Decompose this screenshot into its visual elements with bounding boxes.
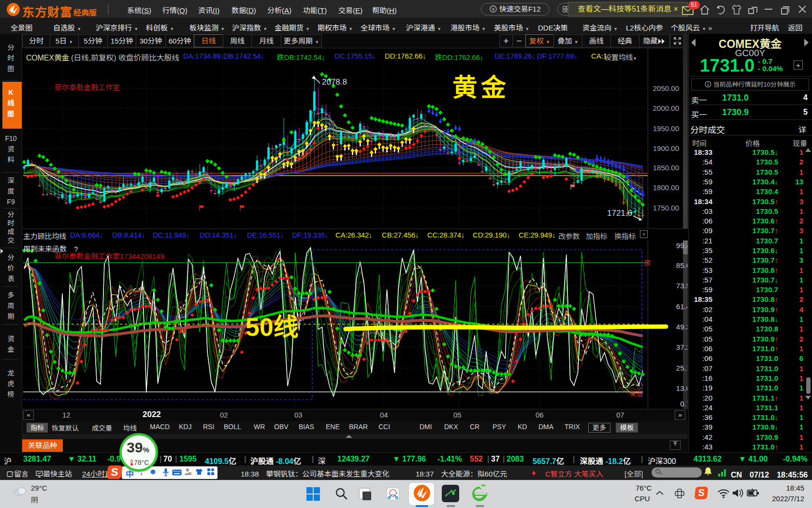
- svg-text:1900.00: 1900.00: [653, 144, 679, 152]
- svg-text:2000.00: 2000.00: [653, 104, 679, 112]
- svg-text:2050.00: 2050.00: [653, 84, 679, 92]
- svg-text:菲尔泰勒金融工作室: 菲尔泰勒金融工作室: [55, 83, 120, 91]
- svg-text:1850.00: 1850.00: [653, 164, 679, 172]
- svg-text:1721.6: 1721.6: [607, 209, 632, 218]
- svg-text:85.6: 85.6: [676, 261, 687, 269]
- svg-text:13.0: 13.0: [676, 384, 687, 392]
- svg-text:1950.00: 1950.00: [653, 124, 679, 133]
- svg-text:2078.8: 2078.8: [322, 77, 347, 87]
- svg-text:0.7: 0.7: [680, 400, 687, 408]
- svg-text:菲尔泰勒金融工作室17344208149: 菲尔泰勒金融工作室17344208149: [55, 252, 164, 260]
- svg-text:99.4: 99.4: [676, 241, 687, 250]
- svg-text:73.5: 73.5: [676, 282, 687, 290]
- svg-text:1750.00: 1750.00: [653, 204, 679, 212]
- svg-text:又低: 又低: [630, 390, 643, 398]
- svg-text:50线: 50线: [246, 313, 299, 341]
- svg-text:25.1: 25.1: [676, 364, 687, 372]
- svg-text:顶: 顶: [644, 259, 650, 267]
- svg-text:1800.00: 1800.00: [653, 183, 679, 192]
- svg-text:49.3: 49.3: [676, 323, 687, 331]
- svg-text:¥: ¥: [492, 7, 495, 12]
- svg-text:61.4: 61.4: [676, 302, 687, 311]
- svg-text:9: 9: [189, 472, 191, 475]
- svg-text:37.2: 37.2: [676, 343, 687, 351]
- svg-text:黄金: 黄金: [452, 74, 509, 102]
